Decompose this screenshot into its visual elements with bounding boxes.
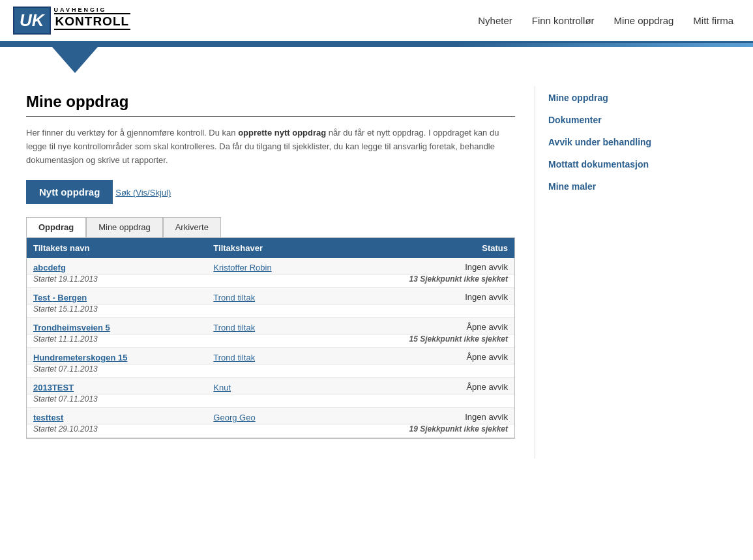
table-row-sub: Startet 29.10.201319 Sjekkpunkt ikke sje… [27, 424, 514, 438]
oppdrag-link-2[interactable]: Trondheimsveien 5 [33, 323, 110, 332]
oppdrag-table: Tiltakets navn Tiltakshaver Status abcde… [27, 238, 514, 438]
table-row-sub: Startet 07.11.2013 [27, 364, 514, 378]
cell-tiltakshaver: Trond tiltak [207, 288, 327, 304]
header-triangle-icon [52, 47, 98, 73]
cell-status: Åpne avvik [327, 378, 514, 394]
cell-status: Ingen avvik [327, 408, 514, 424]
cell-status-sub: 15 Sjekkpunkt ikke sjekket [327, 334, 514, 348]
sidebar-link-2[interactable]: Avvik under behandling [548, 137, 678, 147]
table-row: Trondheimsveien 5Trond tiltakÅpne avvik [27, 318, 514, 334]
cell-status-sub: 13 Sjekkpunkt ikke sjekket [327, 274, 514, 288]
table-row: Hundremeterskogen 15Trond tiltakÅpne avv… [27, 348, 514, 364]
tiltakshaver-link-4[interactable]: Knut [213, 383, 231, 392]
cell-tiltakshaver: Georg Geo [207, 408, 327, 424]
th-tiltakshaver: Tiltakshaver [207, 238, 327, 258]
tiltakshaver-link-2[interactable]: Trond tiltak [213, 323, 255, 332]
nav-mitt-firma[interactable]: Mitt firma [693, 15, 733, 26]
oppdrag-link-3[interactable]: Hundremeterskogen 15 [33, 353, 128, 362]
cell-startet: Startet 11.11.2013 [27, 334, 207, 348]
oppdrag-link-1[interactable]: Test - Bergen [33, 293, 87, 302]
tab-mine-oppdrag[interactable]: Mine oppdrag [86, 217, 163, 237]
cell-tiltakets-navn: 2013TEST [27, 378, 207, 394]
sidebar-link-4[interactable]: Mine maler [548, 181, 678, 192]
table-row-sub: Startet 07.11.2013 [27, 394, 514, 408]
cell-status: Ingen avvik [327, 288, 514, 304]
cell-tiltakshaver: Kristoffer Robin [207, 258, 327, 274]
sidebar-link-3[interactable]: Mottatt dokumentasjon [548, 159, 678, 169]
cell-tiltakets-navn: Test - Bergen [27, 288, 207, 304]
new-oppdrag-button[interactable]: Nytt oppdrag [26, 180, 113, 204]
cell-status: Ingen avvik [327, 258, 514, 274]
nav-finn-kontrollor[interactable]: Finn kontrollør [532, 15, 595, 26]
cell-status: Åpne avvik [327, 318, 514, 334]
page-title: Mine oppdrag [26, 93, 515, 111]
logo-uk-box: UK [13, 7, 51, 35]
intro-before: Her finner du verktøy for å gjennomføre … [26, 128, 238, 138]
oppdrag-link-5[interactable]: testtest [33, 413, 63, 422]
table-row-sub: Startet 19.11.201313 Sjekkpunkt ikke sje… [27, 274, 514, 288]
cell-startet: Startet 07.11.2013 [27, 364, 207, 378]
oppdrag-table-wrapper: Tiltakets navn Tiltakshaver Status abcde… [26, 237, 515, 439]
logo: UK UAVHENGIG KONTROLL [13, 7, 130, 35]
th-status: Status [327, 238, 514, 258]
nav-nyheter[interactable]: Nyheter [478, 15, 512, 26]
content-area: Mine oppdrag Her finner du verktøy for å… [0, 86, 535, 458]
logo-area: UK UAVHENGIG KONTROLL [13, 7, 130, 35]
cell-tiltakshaver-sub [207, 274, 327, 288]
cell-tiltakshaver-sub [207, 424, 327, 438]
table-row-sub: Startet 15.11.2013 [27, 304, 514, 318]
cell-startet: Startet 19.11.2013 [27, 274, 207, 288]
tiltakshaver-link-1[interactable]: Trond tiltak [213, 293, 255, 302]
cell-startet: Startet 29.10.2013 [27, 424, 207, 438]
tiltakshaver-link-3[interactable]: Trond tiltak [213, 353, 255, 362]
oppdrag-link-4[interactable]: 2013TEST [33, 383, 74, 392]
search-toggle-link[interactable]: Søk (Vis/Skjul) [115, 188, 171, 198]
sidebar-link-0[interactable]: Mine oppdrag [548, 93, 678, 103]
intro-text: Her finner du verktøy for å gjennomføre … [26, 126, 515, 167]
cell-tiltakets-navn: abcdefg [27, 258, 207, 274]
cell-startet: Startet 15.11.2013 [27, 304, 207, 318]
cell-status: Åpne avvik [327, 348, 514, 364]
tabs-container: Oppdrag Mine oppdrag Arkiverte [26, 217, 515, 237]
cell-tiltakshaver: Trond tiltak [207, 348, 327, 364]
cell-tiltakshaver: Trond tiltak [207, 318, 327, 334]
cell-tiltakshaver-sub [207, 304, 327, 318]
cell-tiltakshaver-sub [207, 394, 327, 408]
table-row: 2013TESTKnutÅpne avvik [27, 378, 514, 394]
intro-link-oppdrag[interactable]: opprette nytt oppdrag [238, 128, 326, 138]
main-layout: Mine oppdrag Her finner du verktøy for å… [0, 73, 753, 471]
tiltakshaver-link-0[interactable]: Kristoffer Robin [213, 263, 271, 273]
header-triangle-area [0, 47, 753, 73]
cell-startet: Startet 07.11.2013 [27, 394, 207, 408]
logo-brand-text: UAVHENGIG KONTROLL [54, 7, 131, 30]
cell-status-sub [327, 364, 514, 378]
cell-tiltakets-navn: testtest [27, 408, 207, 424]
table-row-sub: Startet 11.11.201315 Sjekkpunkt ikke sje… [27, 334, 514, 348]
table-row: testtestGeorg GeoIngen avvik [27, 408, 514, 424]
header: UK UAVHENGIG KONTROLL Nyheter Finn kontr… [0, 0, 753, 43]
cell-status-sub [327, 394, 514, 408]
table-row: abcdefgKristoffer RobinIngen avvik [27, 258, 514, 274]
sidebar: Mine oppdragDokumenterAvvik under behand… [535, 86, 691, 458]
cell-tiltakshaver-sub [207, 334, 327, 348]
title-divider [26, 116, 515, 117]
tab-arkiverte[interactable]: Arkiverte [163, 217, 221, 237]
cell-tiltakets-navn: Hundremeterskogen 15 [27, 348, 207, 364]
sidebar-link-1[interactable]: Dokumenter [548, 115, 678, 125]
oppdrag-link-0[interactable]: abcdefg [33, 263, 66, 273]
cell-status-sub [327, 304, 514, 318]
table-row: Test - BergenTrond tiltakIngen avvik [27, 288, 514, 304]
brand-kontroll: KONTROLL [54, 13, 131, 30]
cell-tiltakshaver: Knut [207, 378, 327, 394]
th-tiltakets-navn: Tiltakets navn [27, 238, 207, 258]
main-nav: Nyheter Finn kontrollør Mine oppdrag Mit… [478, 15, 733, 26]
nav-mine-oppdrag[interactable]: Mine oppdrag [614, 15, 674, 26]
tab-oppdrag[interactable]: Oppdrag [26, 217, 86, 237]
brand-uavhengig: UAVHENGIG [54, 7, 131, 13]
table-header-row: Tiltakets navn Tiltakshaver Status [27, 238, 514, 258]
cell-tiltakets-navn: Trondheimsveien 5 [27, 318, 207, 334]
cell-status-sub: 19 Sjekkpunkt ikke sjekket [327, 424, 514, 438]
cell-tiltakshaver-sub [207, 364, 327, 378]
tiltakshaver-link-5[interactable]: Georg Geo [213, 413, 255, 422]
